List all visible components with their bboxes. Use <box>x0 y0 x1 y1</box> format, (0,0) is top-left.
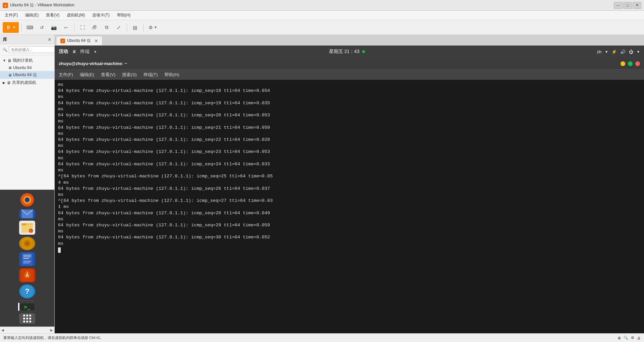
svg-point-26 <box>23 315 25 317</box>
terminal-line: ms <box>58 155 641 161</box>
ubuntu-activities-label[interactable]: 活动 <box>59 49 68 55</box>
tree-item-mycomputer[interactable]: ▼ 🖥 我的计算机 <box>0 57 54 64</box>
terminal-line: 64 bytes from zhuyu-virtual-machine (127… <box>58 137 641 143</box>
autofit-button[interactable]: ⤢ <box>113 22 124 33</box>
maximize-button[interactable]: □ <box>623 2 632 9</box>
window-button[interactable]: 🗗 <box>89 22 100 33</box>
menu-view[interactable]: 查看(V) <box>43 11 63 19</box>
power-button[interactable]: ⏸ ▼ <box>3 22 19 33</box>
terminal-maximize-button[interactable] <box>628 61 633 66</box>
vm-tab-icon: V <box>60 39 65 43</box>
vm-icon-1: 🖥 <box>8 66 12 70</box>
terminal-line: 64 bytes from zhuyu-virtual-machine (127… <box>58 100 641 106</box>
dock-icon-firefox[interactable] <box>19 192 35 207</box>
terminal-line: ms <box>58 192 641 198</box>
settings-icon: ⚙ <box>149 25 153 30</box>
ubuntu-topbar-left: 活动 🖥 终端 ▼ <box>59 49 97 55</box>
lang-label[interactable]: zh <box>597 49 601 54</box>
terminal-window-controls <box>621 61 640 66</box>
console-button[interactable]: ▤ <box>130 22 141 33</box>
main-content: 库 ✕ 🔍 ▼ ▼ 🖥 我的计算机 🖥 Ubuntu 64 <box>0 35 644 333</box>
fullscreen-button[interactable]: ⛶ <box>77 22 88 33</box>
terminal-content[interactable]: ms64 bytes from zhuyu-virtual-machine (1… <box>55 80 644 333</box>
title-bar: V Ubuntu 64 位 - VMware Workstation ─ □ ✕ <box>0 0 644 11</box>
terminal-icon-text: >_ <box>24 304 30 310</box>
ubuntu-menu-terminal[interactable]: 终端(T) <box>144 72 158 78</box>
ubuntu-menu-view[interactable]: 查看(V) <box>101 72 115 78</box>
sidebar-search-input[interactable] <box>9 46 55 53</box>
menu-bar: 文件(F) 编辑(E) 查看(V) 虚拟机(M) 选项卡(T) 帮助(H) <box>0 11 644 20</box>
svg-point-30 <box>26 318 28 320</box>
terminal-line: 64 bytes from zhuyu-virtual-machine (127… <box>58 161 641 167</box>
menu-vm[interactable]: 虚拟机(M) <box>63 11 88 19</box>
close-button[interactable]: ✕ <box>633 2 641 9</box>
menu-tabs[interactable]: 选项卡(T) <box>89 11 113 19</box>
vm-tab-ubuntu[interactable]: V Ubuntu 64 位 ✕ <box>56 36 103 45</box>
lang-dropdown-arrow[interactable]: ▼ <box>605 50 608 54</box>
tree-item-ubuntu64-1[interactable]: 🖥 Ubuntu 64 <box>0 64 54 71</box>
toolbar: ⏸ ▼ ⌨ ↺ 📷 ⤺ ⛶ 🗗 ⧉ ⤢ ▤ <box>0 20 644 35</box>
terminal-line: ms <box>58 228 641 234</box>
revert-button[interactable]: ⤺ <box>61 22 71 33</box>
terminal-line: ms <box>58 106 641 112</box>
toolbar-sep-2 <box>74 23 74 32</box>
dock-icon-audio[interactable] <box>19 237 35 250</box>
terminal-menu-icon: 🖥 <box>72 49 76 54</box>
terminal-line: 64 bytes from zhuyu-virtual-machine (127… <box>58 112 641 118</box>
status-message: 要将输入定向到该虚拟机，请在虚拟机内部单击或按 Ctrl+G。 <box>3 335 104 340</box>
vm-tab-close-button[interactable]: ✕ <box>94 38 98 44</box>
svg-point-13 <box>26 242 29 245</box>
svg-point-28 <box>29 315 31 317</box>
scroll-right-arrow[interactable]: ▶ <box>50 328 53 332</box>
terminal-close-button[interactable] <box>635 61 640 66</box>
tree-item-ubuntu64-2[interactable]: 🖥 Ubuntu 64 位 <box>0 71 54 79</box>
power-dropdown[interactable]: ⏸ ▼ <box>3 22 19 33</box>
settings-button[interactable]: ⚙ ▼ <box>146 22 160 33</box>
status-icons: 🖥 🔍 ⚙ 🖨 <box>617 336 641 340</box>
vmware-window: V Ubuntu 64 位 - VMware Workstation ─ □ ✕… <box>0 0 644 342</box>
system-dropdown-arrow[interactable]: ▼ <box>637 50 640 54</box>
menu-edit[interactable]: 编辑(E) <box>22 11 42 19</box>
refresh-button[interactable]: ↺ <box>37 22 47 33</box>
vmware-icon: V <box>3 3 8 8</box>
dock-icon-apps[interactable] <box>19 313 35 324</box>
ubuntu-screen[interactable]: 活动 🖥 终端 ▼ 星期五 21：43 zh ▼ ⚡ 🔊 ⏻ <box>55 46 644 333</box>
unity-icon: ⧉ <box>105 24 108 30</box>
refresh-icon: ↺ <box>40 25 44 30</box>
dock-icon-terminal[interactable]: >_ <box>19 303 35 311</box>
minimize-button[interactable]: ─ <box>614 2 623 9</box>
terminal-dropdown-arrow[interactable]: ▼ <box>94 50 97 54</box>
ubuntu-menu-edit[interactable]: 编辑(E) <box>80 72 94 78</box>
ubuntu-menu-file[interactable]: 文件(F) <box>59 72 73 78</box>
svg-text:+: + <box>30 229 32 233</box>
dock-icon-mail[interactable] <box>19 209 35 219</box>
svg-point-31 <box>29 318 31 320</box>
revert-icon: ⤺ <box>64 25 68 30</box>
terminal-window: zhuyu@zhuyu-virtual-machine: ~ 文件(F) 编辑(… <box>55 58 644 333</box>
terminal-line: 64 bytes from zhuyu-virtual-machine (127… <box>58 88 641 94</box>
scroll-left-arrow[interactable]: ◀ <box>1 328 4 332</box>
terminal-line: ms <box>58 82 641 88</box>
unity-button[interactable]: ⧉ <box>101 22 112 33</box>
terminal-label[interactable]: 终端 <box>80 49 90 55</box>
menu-help[interactable]: 帮助(H) <box>114 11 134 19</box>
terminal-minimize-button[interactable] <box>621 61 625 66</box>
terminal-line: 64 bytes from zhuyu-virtual-machine (127… <box>58 234 641 240</box>
sidebar: 库 ✕ 🔍 ▼ ▼ 🖥 我的计算机 🖥 Ubuntu 64 <box>0 35 55 333</box>
dock-icon-appstore[interactable]: A ⬇ <box>19 268 35 282</box>
dock-icon-writer[interactable] <box>19 252 35 266</box>
dock-icon-help[interactable]: ? <box>19 284 35 298</box>
ubuntu-menu-search[interactable]: 搜索(S) <box>122 72 137 78</box>
sidebar-close-button[interactable]: ✕ <box>48 37 52 42</box>
svg-rect-19 <box>23 263 30 263</box>
network-icon: ⚡ <box>611 49 617 54</box>
menu-file[interactable]: 文件(F) <box>1 11 21 19</box>
dock-separator <box>20 300 34 301</box>
ubuntu-menu-help[interactable]: 帮助(H) <box>164 72 179 78</box>
terminal-line: 4 ms <box>58 180 641 186</box>
dock-icon-files[interactable]: + <box>19 221 35 235</box>
snapshot-button[interactable]: 📷 <box>49 22 59 33</box>
datetime-label: 星期五 21：43 <box>329 49 360 55</box>
send-ctrl-alt-del-button[interactable]: ⌨ <box>24 22 35 33</box>
tree-item-shared[interactable]: ▶ 🖥 共享的虚拟机 <box>0 79 54 87</box>
